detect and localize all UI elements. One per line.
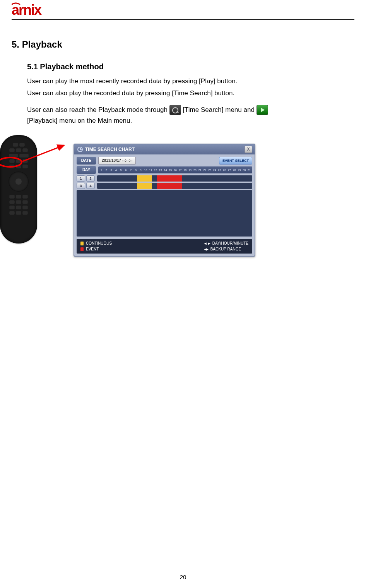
legend-continuous: CONTINUOUS bbox=[86, 241, 112, 245]
subsection-heading: 5.1 Playback method bbox=[27, 62, 354, 71]
para3-part-c: [Playback] menu on the Main menu. bbox=[27, 117, 132, 124]
playback-icon bbox=[257, 105, 268, 115]
channel-badge-2[interactable]: 2 bbox=[86, 175, 95, 182]
close-button[interactable]: X bbox=[245, 146, 252, 153]
legend-backup: BACKUP RANGE bbox=[210, 247, 241, 251]
paragraph-1: User can play the most recently recorded… bbox=[27, 76, 354, 86]
channel-badge-4[interactable]: 4 bbox=[86, 183, 95, 189]
recording-tracks bbox=[97, 175, 252, 189]
time-search-icon bbox=[169, 105, 181, 115]
page-number: 20 bbox=[0, 574, 366, 580]
chart-title-bar: TIME SEARCH CHART bbox=[74, 144, 255, 154]
swatch-event bbox=[80, 247, 84, 251]
day-label: DAY bbox=[77, 166, 96, 174]
para3-part-b: [Time Search] menu and bbox=[183, 106, 256, 113]
paragraph-3: User can also reach the Playback mode th… bbox=[27, 105, 354, 126]
legend-event: EVENT bbox=[86, 247, 99, 251]
para3-part-a: User can also reach the Playback mode th… bbox=[27, 106, 169, 113]
section-heading: 5. Playback bbox=[12, 39, 354, 50]
days-scale: 1234567891011121314151617181920212223242… bbox=[98, 166, 252, 173]
brand-logo: arnix bbox=[12, 0, 354, 19]
date-value[interactable]: 2013/10/17 --:--:-- bbox=[98, 157, 136, 165]
time-search-chart-window: X TIME SEARCH CHART DATE 2013/10/17 --:-… bbox=[74, 144, 255, 257]
chart-title-text: TIME SEARCH CHART bbox=[85, 147, 135, 152]
dayhour-symbol: ◀ ▶ bbox=[204, 241, 210, 245]
svg-text:arnix: arnix bbox=[12, 2, 42, 18]
event-select-button[interactable]: EVENT SELECT bbox=[219, 157, 252, 165]
chart-grid-area bbox=[77, 190, 252, 237]
channel-badge-3[interactable]: 3 bbox=[77, 183, 85, 189]
channel-badge-1[interactable]: 1 bbox=[77, 175, 85, 182]
date-label: DATE bbox=[77, 157, 96, 165]
backup-symbol: ◀▶ bbox=[204, 247, 208, 251]
legend-dayhour: DAY/HOUR/MINUTE bbox=[212, 241, 248, 245]
remote-control-image bbox=[0, 135, 37, 243]
swatch-continuous bbox=[80, 242, 84, 245]
header-divider bbox=[12, 19, 354, 20]
chart-legend: CONTINUOUS EVENT ◀ ▶DAY/HOUR/MINUTE ◀▶BA… bbox=[77, 239, 252, 254]
paragraph-2: User can also play the recorded data by … bbox=[27, 88, 354, 98]
